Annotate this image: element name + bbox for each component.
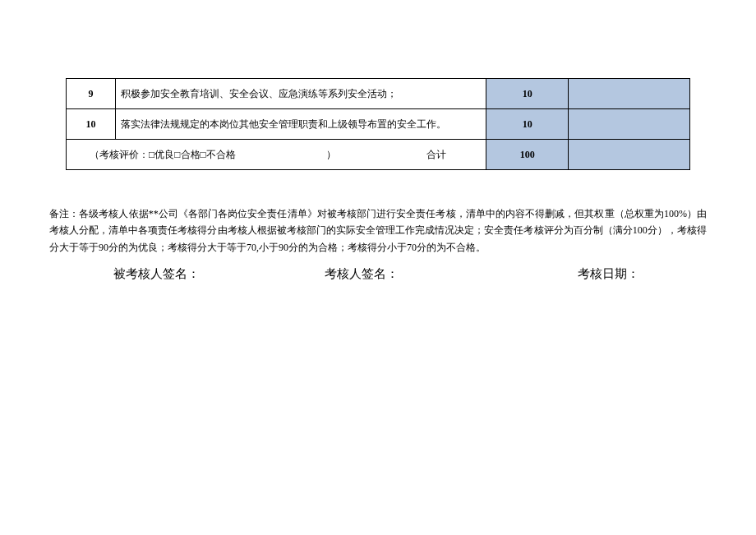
row-score[interactable]: [569, 79, 690, 109]
total-weight: 100: [486, 140, 569, 170]
signature-row: 被考核人签名： 考核人签名： 考核日期：: [49, 266, 707, 282]
eval-option-good: 优良: [154, 149, 174, 160]
eval-option-pass: 合格: [181, 149, 201, 160]
examiner-signature-label: 考核人签名：: [242, 266, 454, 282]
row-weight: 10: [486, 109, 569, 140]
eval-option-fail: 不合格: [206, 149, 236, 160]
examinee-signature-label: 被考核人签名：: [49, 266, 242, 282]
assessment-date-label: 考核日期：: [453, 266, 707, 282]
row-weight: 10: [486, 79, 569, 109]
table-row: 9 积极参加安全教育培训、安全会议、应急演练等系列安全活动； 10: [67, 79, 690, 109]
summary-row: （考核评价：□优良□合格□不合格）合计 100: [67, 140, 690, 170]
table-row: 10 落实法律法规规定的本岗位其他安全管理职责和上级领导布置的安全工作。 10: [67, 109, 690, 140]
row-number: 9: [67, 79, 116, 109]
row-score[interactable]: [569, 109, 690, 140]
total-score[interactable]: [569, 140, 690, 170]
row-number: 10: [67, 109, 116, 140]
checkbox-icon[interactable]: □: [174, 149, 180, 160]
total-label: 合计: [426, 149, 446, 160]
row-description: 积极参加安全教育培训、安全会议、应急演练等系列安全活动；: [115, 79, 486, 109]
eval-prefix: （考核评价：: [90, 149, 149, 160]
checkbox-icon[interactable]: □: [201, 149, 206, 160]
eval-suffix: ）: [326, 149, 336, 160]
assessment-table: 9 积极参加安全教育培训、安全会议、应急演练等系列安全活动； 10 10 落实法…: [66, 78, 690, 170]
evaluation-cell: （考核评价：□优良□合格□不合格）合计: [67, 140, 486, 170]
assessment-table-container: 9 积极参加安全教育培训、安全会议、应急演练等系列安全活动； 10 10 落实法…: [66, 78, 690, 170]
row-description: 落实法律法规规定的本岗位其他安全管理职责和上级领导布置的安全工作。: [115, 109, 486, 140]
note-text: 备注：各级考核人依据**公司《各部门各岗位安全责任清单》对被考核部门进行安全责任…: [49, 205, 707, 256]
